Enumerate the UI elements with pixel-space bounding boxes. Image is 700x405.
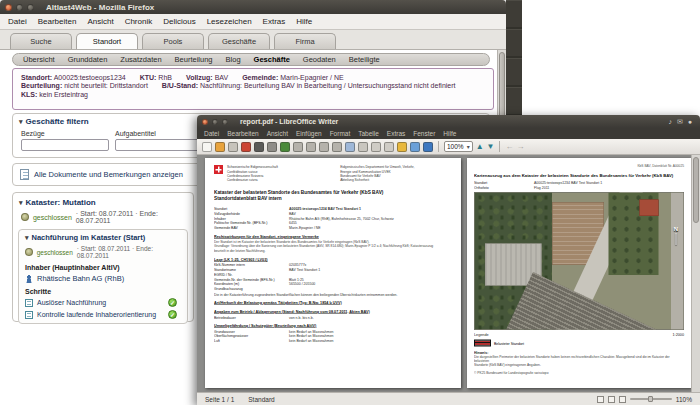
format-paintbrush-icon[interactable]	[332, 142, 342, 152]
menu-item[interactable]: Datei	[8, 17, 27, 26]
close-button[interactable]	[5, 4, 12, 11]
redo-icon[interactable]	[358, 142, 368, 152]
menu-item[interactable]: Ansicht	[267, 130, 288, 137]
nav-down-icon[interactable]: ▼	[487, 142, 495, 152]
print-icon[interactable]	[254, 142, 264, 152]
close-button[interactable]	[202, 119, 208, 125]
menu-item[interactable]: Bearbeiten	[38, 17, 77, 26]
menu-item[interactable]: Delicious	[163, 17, 195, 26]
table-icon[interactable]	[384, 142, 394, 152]
back-icon[interactable]: ←	[505, 142, 513, 152]
schritt-link[interactable]: Kontrolle laufende Inhaberorientierung	[37, 311, 156, 318]
tab[interactable]: Pools	[142, 33, 204, 49]
menu-item[interactable]: Hilfe	[443, 130, 456, 137]
maximize-button[interactable]	[222, 119, 228, 125]
kataster-header[interactable]: ▾ Kataster: Mutation	[13, 195, 193, 207]
section-nav-item[interactable]: Grunddaten	[68, 55, 108, 64]
zoom-combobox[interactable]: 100% ▾	[444, 141, 473, 152]
mail-indicator-icon[interactable]: ✉	[677, 118, 683, 126]
kataster-panel: ▾ Kataster: Mutation geschlossen · Start…	[12, 192, 194, 322]
chevron-down-icon: ▾	[467, 143, 470, 150]
maximize-button[interactable]	[27, 4, 34, 11]
writer-scrollbar[interactable]	[691, 155, 700, 392]
inhaber-link[interactable]: Rhätische Bahn AG (RhB)	[37, 274, 124, 283]
view-book-icon[interactable]	[619, 396, 626, 403]
nav-up-icon[interactable]: ▲	[476, 142, 484, 152]
map-fields: StandortA00025:testoeops1234 BAV Test St…	[474, 181, 684, 189]
info-line: Standort: A00025:testoeops1234KTU: RhBVo…	[21, 74, 485, 81]
writer-titlebar[interactable]: report.pdf - LibreOffice Writer ♪✉●	[197, 115, 700, 128]
copy-icon[interactable]	[306, 142, 316, 152]
view-multi-icon[interactable]	[608, 396, 615, 403]
hyperlink-icon[interactable]	[371, 142, 381, 152]
field-row: InhaberRhätische Bahn AG (RhB), Bahnhofs…	[214, 216, 452, 220]
spellcheck-icon[interactable]	[280, 142, 290, 152]
filter-field: Bezüge	[21, 130, 109, 151]
section-nav-item[interactable]: Beteiligte	[349, 55, 380, 64]
indicator-area: ♪✉●	[668, 118, 695, 126]
scrollbar-thumb[interactable]	[693, 157, 699, 223]
minimize-button[interactable]	[212, 119, 218, 125]
navigator-icon[interactable]	[410, 142, 420, 152]
menu-item[interactable]: Chronik	[125, 17, 153, 26]
open-icon[interactable]	[215, 142, 225, 152]
betrieb-fields: Betriebsdauervon n.b. bis n.b.	[214, 315, 452, 319]
field-row: Koordinaten (m)565500 / 205500	[214, 282, 452, 286]
toolbar-icons	[202, 142, 433, 152]
sound-indicator-icon[interactable]: ♪	[668, 118, 672, 126]
menu-item[interactable]: Tabelle	[358, 130, 379, 137]
desktop-dock[interactable]	[506, 0, 522, 117]
export-pdf-icon[interactable]	[241, 142, 251, 152]
menu-item[interactable]: Hilfe	[296, 17, 312, 26]
tab[interactable]: Geschäfte	[208, 33, 270, 49]
view-single-icon[interactable]	[597, 396, 604, 403]
tab[interactable]: Firma	[274, 33, 336, 49]
firefox-titlebar[interactable]: Altlast4Web - Mozilla Firefox	[0, 0, 506, 14]
print-preview-icon[interactable]	[267, 142, 277, 152]
forward-icon[interactable]: →	[516, 142, 524, 152]
checklist-icon	[25, 311, 33, 319]
section-nav-item[interactable]: Beurteilung	[175, 55, 213, 64]
new-document-icon[interactable]	[202, 142, 212, 152]
style-indicator[interactable]: Standard	[248, 396, 274, 403]
zoom-slider[interactable]	[630, 398, 672, 400]
checklist-icon	[25, 299, 33, 307]
menu-item[interactable]: Ansicht	[87, 17, 113, 26]
gallery-icon[interactable]	[397, 142, 407, 152]
tab[interactable]: Suche	[10, 33, 72, 49]
zoom-icon[interactable]	[423, 142, 433, 152]
status-icon	[21, 213, 29, 221]
schritte-header: Schritte	[25, 288, 181, 295]
minimize-button[interactable]	[16, 4, 23, 11]
save-icon[interactable]	[228, 142, 238, 152]
menu-item[interactable]: Extras	[263, 17, 286, 26]
session-indicator-icon[interactable]: ●	[688, 118, 692, 126]
section-nav-item[interactable]: Blog	[226, 55, 241, 64]
section-nav-item[interactable]: Geschäfte	[254, 55, 290, 64]
field-row: EGRID / Nr.	[214, 273, 452, 277]
zoom-percent: 110%	[676, 396, 692, 403]
menu-item[interactable]: Extras	[387, 130, 405, 137]
nachfuehrung-header[interactable]: ▾ Nachführung im Kataster (Start)	[25, 233, 181, 242]
menu-item[interactable]: Lesezeichen	[207, 17, 252, 26]
show-documents-link[interactable]: Alle Dokumente und Bemerkungen anzeigen	[34, 170, 183, 179]
document-icon	[20, 169, 29, 180]
menu-item[interactable]: Einfügen	[296, 130, 322, 137]
tab-strip: SucheStandortPoolsGeschäfteFirma	[0, 30, 506, 50]
menu-item[interactable]: Fenster	[413, 130, 435, 137]
section-nav-item[interactable]: Übersicht	[23, 55, 55, 64]
tab[interactable]: Standort	[76, 33, 138, 49]
bezuege-input[interactable]	[21, 139, 109, 151]
schritt-link[interactable]: Auslöser Nachführung	[37, 299, 106, 306]
toolbar-separator	[438, 141, 439, 152]
menu-item[interactable]: Format	[330, 130, 351, 137]
section-nav-item[interactable]: Geodaten	[303, 55, 336, 64]
zoom-slider-knob[interactable]	[648, 396, 653, 402]
cut-icon[interactable]	[293, 142, 303, 152]
paste-icon[interactable]	[319, 142, 329, 152]
undo-icon[interactable]	[345, 142, 355, 152]
menu-item[interactable]: Datei	[204, 130, 219, 137]
section-nav-item[interactable]: Zusatzdaten	[120, 55, 161, 64]
menu-item[interactable]: Bearbeiten	[227, 130, 258, 137]
kataster-status-row: geschlossen · Start: 08.07.2011 · Ende: …	[13, 207, 193, 224]
